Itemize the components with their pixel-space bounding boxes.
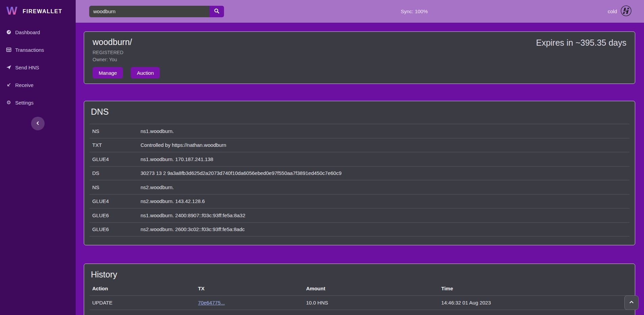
- sidebar-item-send-hns[interactable]: Send HNS: [0, 59, 76, 76]
- dns-record-row: NS ns1.woodburn.: [90, 124, 629, 138]
- brand: W FIREWALLET: [0, 0, 76, 23]
- send-icon: [6, 65, 11, 70]
- dns-record-type: NS: [90, 128, 141, 134]
- domain-actions: Manage Auction: [93, 67, 160, 78]
- domain-expiry: Expires in ~395.35 days: [536, 38, 626, 84]
- sidebar-item-settings[interactable]: ⚙ Settings: [0, 94, 76, 111]
- auction-button[interactable]: Auction: [131, 67, 160, 78]
- history-amount: 10.0 HNS: [306, 300, 441, 306]
- history-time: 14:46:32 01 Aug 2023: [441, 300, 629, 306]
- topbar: Sync: 100% cold: [76, 0, 644, 23]
- domain-card: woodburn/ REGISTERED Owner: You Manage A…: [84, 31, 635, 84]
- wallet-indicator[interactable]: cold: [608, 5, 644, 18]
- domain-title: woodburn/: [93, 37, 160, 47]
- history-title: History: [84, 269, 635, 279]
- gauge-icon: [6, 29, 11, 35]
- sidebar-item-label: Receive: [15, 82, 33, 88]
- dns-title: DNS: [84, 107, 635, 117]
- dns-record-type: TXT: [90, 142, 141, 148]
- sidebar-nav: Dashboard Transactions: [0, 23, 76, 111]
- dns-record-type: GLUE4: [90, 198, 141, 204]
- dns-record-row: TXT Controlled by https://nathan.woodbur…: [90, 138, 629, 152]
- svg-text:W: W: [6, 4, 18, 17]
- domain-owner: Owner: You: [93, 57, 160, 62]
- dns-record-row: GLUE6 ns1.woodburn. 2400:8907::f03c:93ff…: [90, 208, 629, 222]
- brand-name: FIREWALLET: [23, 8, 62, 15]
- sidebar-item-label: Settings: [15, 100, 33, 106]
- tx-link[interactable]: 70e64775...: [198, 300, 225, 306]
- dns-record-type: GLUE6: [90, 226, 141, 232]
- handshake-logo-icon: [620, 5, 632, 18]
- wallet-name: cold: [608, 8, 617, 14]
- receive-arrow-icon: [6, 82, 11, 88]
- dns-record-value: ns2.woodburn. 143.42.128.6: [141, 198, 205, 204]
- gear-icon: ⚙: [6, 100, 11, 105]
- history-table: Action TX Amount Time UPDATE 70e64775...…: [90, 279, 629, 315]
- table-icon: [6, 47, 11, 52]
- search-bar: [89, 6, 224, 17]
- dns-record-type: NS: [90, 184, 141, 190]
- dns-record-value: ns2.woodburn. 2600:3c02::f03c:93ff:fe5a:…: [141, 226, 245, 232]
- sidebar-item-dashboard[interactable]: Dashboard: [0, 23, 76, 41]
- search-button[interactable]: [209, 6, 224, 17]
- domain-card-left: woodburn/ REGISTERED Owner: You Manage A…: [93, 37, 160, 84]
- history-card: History Action TX Amount Time UPDATE 70e…: [84, 264, 635, 315]
- history-col-time: Time: [441, 286, 629, 291]
- dns-record-row: GLUE6 ns2.woodburn. 2600:3c02::f03c:93ff…: [90, 222, 629, 237]
- dns-record-type: GLUE4: [90, 156, 141, 162]
- dns-table: NS ns1.woodburn. TXT Controlled by https…: [90, 124, 629, 237]
- dns-record-value: ns2.woodburn.: [141, 184, 174, 190]
- search-icon: [214, 8, 220, 15]
- dns-card: DNS NS ns1.woodburn. TXT Controlled by h…: [84, 101, 635, 245]
- dns-record-row: GLUE4 ns1.woodburn. 170.187.241.138: [90, 152, 629, 166]
- history-row: UPDATE 70e64775... 10.0 HNS 14:46:32 01 …: [90, 296, 629, 310]
- chevron-up-icon: [629, 299, 634, 306]
- history-action: UPDATE: [90, 300, 198, 306]
- app-window: W FIREWALLET Dashboard: [0, 0, 644, 315]
- sidebar-item-label: Dashboard: [15, 29, 40, 35]
- dns-record-value: ns1.woodburn. 170.187.241.138: [141, 156, 213, 162]
- dns-record-row: DS 30273 13 2 9a3a8fb3d625d2a2073d740f10…: [90, 166, 629, 180]
- history-col-tx: TX: [198, 286, 306, 291]
- main-content: woodburn/ REGISTERED Owner: You Manage A…: [76, 23, 644, 315]
- history-col-amount: Amount: [306, 286, 441, 291]
- history-col-action: Action: [90, 286, 198, 291]
- scroll-to-top-button[interactable]: [624, 295, 639, 310]
- dns-record-type: GLUE6: [90, 212, 141, 218]
- history-header-row: Action TX Amount Time: [90, 279, 629, 296]
- sidebar-item-label: Transactions: [15, 47, 44, 53]
- dns-record-value: ns1.woodburn. 2400:8907::f03c:93ff:fe5a:…: [141, 212, 245, 218]
- dns-record-value: ns1.woodburn.: [141, 128, 174, 134]
- dns-record-row: NS ns2.woodburn.: [90, 180, 629, 194]
- dns-record-value: Controlled by https://nathan.woodburn: [141, 142, 226, 148]
- search-input[interactable]: [89, 6, 209, 17]
- firewallet-logo-icon: W: [5, 4, 18, 19]
- dns-record-row: GLUE4 ns2.woodburn. 143.42.128.6: [90, 194, 629, 208]
- sidebar-item-transactions[interactable]: Transactions: [0, 41, 76, 59]
- sidebar-item-receive[interactable]: Receive: [0, 76, 76, 94]
- sidebar-item-label: Send HNS: [15, 65, 39, 70]
- sidebar: W FIREWALLET Dashboard: [0, 0, 76, 315]
- dns-record-type: DS: [90, 170, 141, 176]
- sync-status: Sync: 100%: [401, 0, 428, 23]
- history-row: RENEW 45f3c6e2... 10.0 HNS 15:45:02 07 J…: [90, 310, 629, 315]
- dns-record-value: 30273 13 2 9a3a8fb3d625d2a2073d740f10da6…: [141, 170, 342, 176]
- manage-button[interactable]: Manage: [93, 67, 123, 78]
- chevron-left-icon: [35, 121, 40, 127]
- sidebar-collapse-button[interactable]: [31, 117, 45, 130]
- domain-status: REGISTERED: [93, 50, 160, 55]
